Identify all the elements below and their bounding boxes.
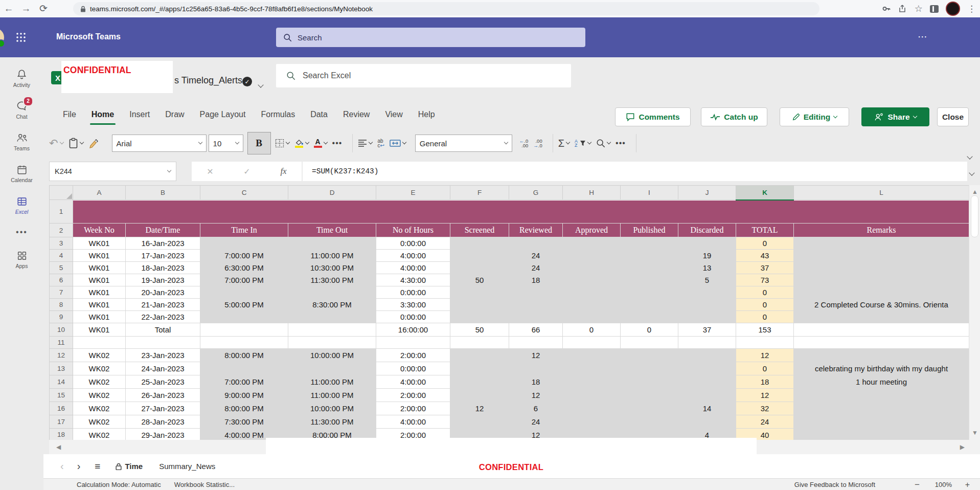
cell[interactable]: Screened	[450, 224, 509, 237]
cell[interactable]: 12	[509, 349, 563, 362]
cell[interactable]: 37	[678, 323, 736, 337]
title-band-cell[interactable]	[73, 200, 969, 224]
cell[interactable]	[509, 237, 563, 250]
cell[interactable]: 12	[736, 349, 794, 362]
cell[interactable]: 29-Jan-2023	[126, 429, 200, 441]
row-header[interactable]: 7	[50, 286, 73, 299]
cell[interactable]: WK02	[73, 415, 126, 429]
feedback-link[interactable]: Give Feedback to Microsoft	[794, 481, 875, 488]
tab-data[interactable]: Data	[303, 102, 335, 127]
close-button[interactable]: Close	[937, 107, 969, 126]
row-header[interactable]: 18	[50, 429, 73, 441]
cell[interactable]	[450, 337, 509, 349]
column-header-I[interactable]: I	[621, 186, 678, 200]
cell[interactable]	[509, 299, 563, 311]
font-color-button[interactable]: A	[314, 139, 327, 148]
cell[interactable]: 13	[678, 262, 736, 274]
row-header[interactable]: 15	[50, 389, 73, 402]
cell[interactable]: 27-Jan-2023	[126, 402, 200, 415]
cell[interactable]: 8:00:00 PM	[200, 402, 288, 415]
tab-home[interactable]: Home	[84, 102, 122, 127]
cell[interactable]: 8:00:00 PM	[200, 349, 288, 362]
font-size-select[interactable]: 10	[209, 135, 243, 152]
cell[interactable]	[563, 415, 621, 429]
cell[interactable]	[288, 323, 376, 337]
spreadsheet[interactable]: ABCDEFGHIJKL12Week NoDate/TimeTime InTim…	[49, 185, 969, 441]
cell[interactable]: 10:30:00 PM	[288, 262, 376, 274]
cell[interactable]: 4:00:00	[376, 375, 450, 389]
cell[interactable]: 12	[736, 389, 794, 402]
cell[interactable]: 14	[678, 402, 736, 415]
cell[interactable]	[288, 286, 376, 299]
cell[interactable]	[621, 389, 678, 402]
cell[interactable]	[621, 375, 678, 389]
cell[interactable]: 17-Jan-2023	[126, 250, 200, 262]
sidebar-more-icon[interactable]: •••	[0, 221, 43, 243]
cell[interactable]	[794, 389, 969, 402]
column-header-G[interactable]: G	[509, 186, 563, 200]
fill-color-button[interactable]	[294, 139, 309, 148]
waffle-menu-icon[interactable]	[15, 32, 27, 43]
cell[interactable]: 2:00:00	[376, 389, 450, 402]
cell[interactable]	[450, 389, 509, 402]
catch-up-button[interactable]: Catch up	[701, 107, 767, 126]
alignment-button[interactable]	[358, 139, 372, 147]
teams-search-bar[interactable]	[276, 28, 585, 47]
cell[interactable]: 28-Jan-2023	[126, 415, 200, 429]
scroll-down-icon[interactable]: ▼	[972, 429, 978, 436]
cell[interactable]: 4:00:00	[376, 262, 450, 274]
cell[interactable]: WK01	[73, 299, 126, 311]
zoom-out-icon[interactable]: −	[915, 480, 920, 490]
cell[interactable]: 5:00:00 PM	[200, 299, 288, 311]
cell[interactable]: 4:00:00	[376, 415, 450, 429]
row-header[interactable]: 8	[50, 299, 73, 311]
cell[interactable]: 26-Jan-2023	[126, 389, 200, 402]
increase-decimal-button[interactable]: .00→.0	[533, 139, 542, 148]
bookmark-star-icon[interactable]: ☆	[915, 3, 923, 14]
row-header[interactable]: 11	[50, 337, 73, 349]
cell[interactable]: 11:00:00 PM	[288, 250, 376, 262]
cell[interactable]	[563, 389, 621, 402]
cell[interactable]	[509, 286, 563, 299]
column-header-C[interactable]: C	[200, 186, 288, 200]
cell[interactable]: 153	[736, 323, 794, 337]
sheet-tab-time[interactable]: Time	[116, 462, 143, 471]
browser-profile-avatar[interactable]	[946, 2, 960, 16]
column-header-B[interactable]: B	[126, 186, 200, 200]
cell[interactable]	[563, 311, 621, 323]
cell[interactable]: celebrating my birthday with my daught	[794, 362, 969, 375]
cell[interactable]: WK01	[73, 250, 126, 262]
zoom-in-icon[interactable]: +	[965, 480, 970, 489]
zoom-level[interactable]: 100%	[935, 481, 952, 488]
cell[interactable]: 66	[509, 323, 563, 337]
cell[interactable]: 24	[509, 250, 563, 262]
scroll-right-icon[interactable]: ▶	[960, 443, 965, 451]
cell[interactable]	[678, 415, 736, 429]
sidebar-item-excel[interactable]: Excel	[0, 189, 43, 221]
cell[interactable]: 9:00:00 PM	[200, 389, 288, 402]
undo-button[interactable]: ↶	[49, 137, 63, 149]
cell[interactable]: 5	[678, 274, 736, 286]
cell[interactable]: 23-Jan-2023	[126, 349, 200, 362]
column-header-E[interactable]: E	[376, 186, 450, 200]
wrap-text-button[interactable]: abc↩	[377, 139, 384, 148]
sidebar-item-apps[interactable]: Apps	[0, 243, 43, 275]
cell[interactable]	[376, 337, 450, 349]
cell[interactable]	[794, 274, 969, 286]
cell[interactable]	[678, 311, 736, 323]
teams-more-icon[interactable]: ⋯	[918, 31, 927, 42]
cell[interactable]: 0:00:00	[376, 362, 450, 375]
insert-function-icon[interactable]: fx	[280, 166, 286, 176]
cell[interactable]: 18	[509, 274, 563, 286]
cell[interactable]: 20-Jan-2023	[126, 286, 200, 299]
row-header[interactable]: 4	[50, 250, 73, 262]
sidebar-item-chat[interactable]: 2 Chat	[0, 94, 43, 126]
cell[interactable]	[794, 262, 969, 274]
cell[interactable]	[200, 323, 288, 337]
cell[interactable]	[450, 375, 509, 389]
cell[interactable]: 10:00:00 PM	[288, 402, 376, 415]
cell[interactable]: 25-Jan-2023	[126, 375, 200, 389]
cell[interactable]	[563, 262, 621, 274]
scroll-up-icon[interactable]: ▲	[969, 185, 980, 195]
tab-view[interactable]: View	[377, 102, 410, 127]
